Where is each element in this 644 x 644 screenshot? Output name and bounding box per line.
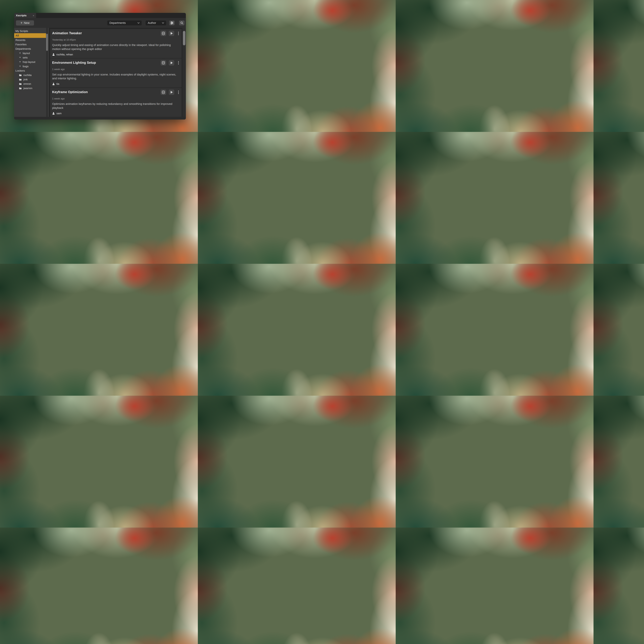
code-icon: [162, 91, 165, 94]
code-icon: [162, 32, 165, 35]
script-card[interactable]: Animation Tweaker Yesterday at 10:45pm: [50, 29, 182, 58]
script-list: Animation Tweaker Yesterday at 10:45pm: [49, 28, 186, 117]
tab-close-icon[interactable]: ×: [33, 14, 36, 17]
script-authors: ruchita, rehan: [56, 53, 73, 56]
author-row: tia: [52, 82, 180, 85]
script-card[interactable]: Keyframe Optimization 1 week ago: [50, 88, 182, 117]
triangle-down-icon: [19, 61, 21, 63]
script-description: Quickly adjust timing and easing of anim…: [52, 43, 178, 51]
script-timestamp: 1 week ago: [52, 97, 180, 100]
sidebar: My Scripts All Recents Favorites Departm…: [14, 28, 49, 117]
folder-icon: [19, 78, 22, 81]
play-icon: [170, 32, 173, 35]
sidebar-item-departments[interactable]: Departments: [14, 47, 49, 51]
kebab-icon: [178, 61, 179, 62]
script-authors: tia: [56, 82, 59, 85]
list-scrollbar-thumb[interactable]: [183, 31, 185, 45]
search-icon: [180, 21, 183, 24]
toolbar: + New Departments Author: [14, 18, 186, 28]
script-authors: sam: [56, 112, 62, 115]
filter-button[interactable]: [169, 20, 175, 25]
code-button[interactable]: [161, 60, 166, 66]
sidebar-item-my-scripts[interactable]: My Scripts: [14, 29, 49, 33]
more-menu-button[interactable]: [177, 90, 180, 94]
sidebar-item-jwarren[interactable]: jwarren: [14, 86, 49, 90]
play-icon: [170, 61, 173, 65]
tab-title: Xscripts: [14, 14, 27, 17]
plus-icon: +: [20, 21, 23, 25]
sidebar-item-emron[interactable]: emron: [14, 82, 49, 86]
sidebar-scrollbar-thumb[interactable]: [46, 34, 48, 51]
code-icon: [162, 61, 165, 65]
new-button[interactable]: + New: [16, 20, 34, 26]
code-button[interactable]: [161, 31, 166, 36]
script-title: Animation Tweaker: [52, 31, 82, 35]
author-select[interactable]: Author: [146, 20, 166, 25]
tab-bar: Xscripts ×: [14, 13, 186, 18]
person-icon: [52, 83, 55, 85]
triangle-down-icon: [19, 52, 21, 54]
card-actions: [161, 60, 180, 66]
sidebar-item-hop-layout[interactable]: hop-layout: [14, 60, 49, 64]
run-button[interactable]: [169, 60, 174, 66]
sidebar-item-favorites[interactable]: Favorites: [14, 42, 49, 47]
departments-select-label: Departments: [109, 21, 126, 25]
play-icon: [170, 91, 173, 94]
script-timestamp: 1 week ago: [52, 68, 180, 71]
sidebar-item-ruchita[interactable]: ruchita: [14, 73, 49, 77]
sidebar-item-jmk[interactable]: jmk: [14, 77, 49, 82]
folder-icon: [19, 87, 22, 89]
script-timestamp: Yesterday at 10:45pm: [52, 38, 180, 41]
run-button[interactable]: [169, 31, 174, 36]
sidebar-item-layout[interactable]: layout: [14, 51, 49, 55]
sidebar-item-sets[interactable]: sets: [14, 55, 49, 60]
triangle-down-icon: [19, 66, 21, 67]
window-body: My Scripts All Recents Favorites Departm…: [14, 28, 186, 117]
sidebar-scrollbar-track[interactable]: [46, 28, 48, 117]
script-title: Keyframe Optimization: [52, 90, 88, 94]
sidebar-item-lockers[interactable]: Lockers: [14, 69, 49, 73]
sidebar-item-recents[interactable]: Recents: [14, 38, 49, 42]
card-actions: [161, 90, 180, 95]
person-icon: [52, 112, 55, 115]
list-scrollbar-track[interactable]: [182, 28, 186, 117]
script-description: Optimizes animation keyframes by reducin…: [52, 102, 178, 110]
window-bottom-bar: [14, 117, 186, 120]
script-card[interactable]: Environment Lighting Setup 1 week ago: [50, 58, 182, 88]
folder-icon: [19, 74, 22, 76]
search-button[interactable]: [179, 20, 185, 25]
script-description: Set uup environmental lighting in your s…: [52, 73, 178, 81]
filter-sliders-icon: [170, 21, 174, 25]
triangle-down-icon: [19, 57, 21, 58]
script-title: Environment Lighting Setup: [52, 61, 96, 65]
code-button[interactable]: [161, 90, 166, 95]
sidebar-item-bugs[interactable]: bugs: [14, 64, 49, 69]
person-icon: [52, 53, 55, 56]
departments-select[interactable]: Departments: [107, 20, 142, 25]
kebab-icon: [178, 32, 179, 32]
sidebar-item-all[interactable]: All: [14, 33, 46, 38]
more-menu-button[interactable]: [177, 61, 180, 65]
chevron-down-icon: [162, 22, 164, 24]
run-button[interactable]: [169, 90, 174, 95]
folder-icon: [19, 83, 22, 85]
new-button-label: New: [24, 21, 29, 25]
chevron-down-icon: [137, 22, 140, 24]
more-menu-button[interactable]: [177, 31, 180, 36]
author-row: ruchita, rehan: [52, 53, 180, 56]
xscripts-window: Xscripts × + New Departments Author: [14, 13, 186, 120]
kebab-icon: [178, 91, 179, 91]
author-select-label: Author: [148, 21, 156, 25]
card-actions: [161, 31, 180, 36]
author-row: sam: [52, 112, 180, 115]
tab-xscripts[interactable]: Xscripts ×: [14, 13, 36, 18]
